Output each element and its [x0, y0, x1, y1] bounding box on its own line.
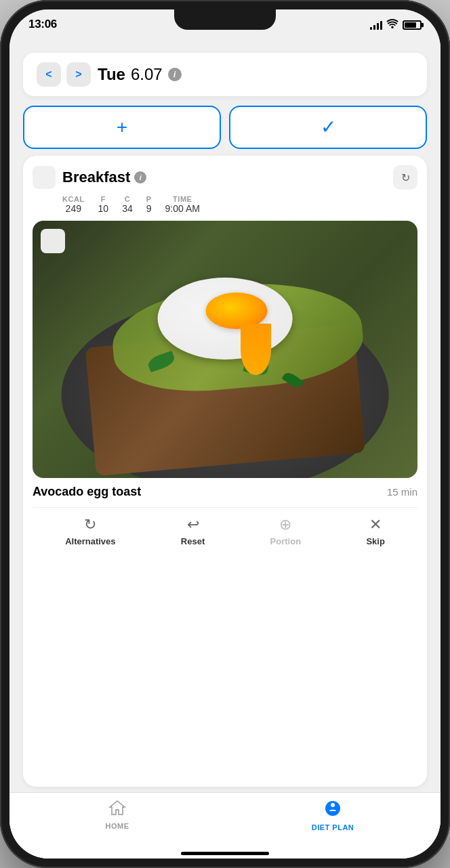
refresh-icon: ↻: [401, 171, 410, 184]
stat-kcal-label: KCAL: [62, 195, 85, 203]
food-name: Avocado egg toast: [33, 485, 141, 499]
meal-header: Breakfast i ↻: [33, 165, 417, 190]
reset-icon: ↩: [187, 516, 199, 534]
food-image: [33, 221, 417, 478]
tab-diet-plan[interactable]: DIET PLAN: [225, 800, 441, 831]
next-date-button[interactable]: >: [66, 62, 91, 87]
stat-fat-value: 10: [98, 203, 109, 214]
prev-date-button[interactable]: <: [37, 62, 61, 87]
stat-fat: F 10: [98, 195, 109, 214]
stat-time: TIME 9:00 AM: [165, 195, 200, 214]
notch: [174, 9, 276, 30]
meal-info-icon[interactable]: i: [134, 171, 146, 183]
wifi-icon: [386, 19, 398, 30]
stat-carbs: C 34: [122, 195, 133, 214]
stat-protein-value: 9: [146, 203, 152, 214]
date-nav: < > Tue 6.07 i: [23, 53, 427, 96]
stat-carbs-value: 34: [122, 203, 133, 214]
skip-button[interactable]: ✕ Skip: [366, 516, 384, 546]
action-buttons: + ✓: [23, 106, 427, 149]
stat-fat-label: F: [101, 195, 106, 203]
date-number: 6.07: [131, 65, 163, 84]
food-cook-time: 15 min: [387, 486, 417, 498]
date-day: Tue: [98, 65, 125, 84]
app-content: < > Tue 6.07 i + ✓: [9, 46, 441, 859]
portion-button[interactable]: ⊕ Portion: [270, 516, 302, 546]
reset-button[interactable]: ↩ Reset: [181, 516, 205, 546]
tab-home[interactable]: HOME: [9, 800, 225, 830]
tab-home-label: HOME: [106, 822, 129, 830]
food-image-checkbox[interactable]: [41, 229, 65, 253]
stat-kcal: KCAL 249: [62, 195, 85, 214]
date-info-icon[interactable]: i: [168, 68, 182, 81]
meal-title: Breakfast: [62, 169, 130, 186]
food-actions: ↻ Alternatives ↩ Reset ⊕ Portion ✕ Skip: [33, 507, 417, 557]
status-icons: [370, 19, 422, 30]
yolk-drip-decoration: [241, 324, 271, 375]
home-indicator: [9, 853, 441, 859]
plus-icon: +: [117, 118, 127, 137]
diet-plan-icon: [324, 800, 342, 821]
home-icon: [108, 800, 126, 820]
reset-label: Reset: [181, 536, 205, 546]
stat-protein-label: P: [146, 195, 152, 203]
tab-diet-plan-label: DIET PLAN: [312, 823, 354, 831]
meal-refresh-button[interactable]: ↻: [393, 165, 417, 190]
food-name-row: Avocado egg toast 15 min: [33, 478, 417, 507]
meal-checkbox[interactable]: [33, 166, 56, 189]
nav-arrows: < >: [37, 62, 91, 87]
skip-label: Skip: [366, 536, 384, 546]
add-meal-button[interactable]: +: [23, 106, 221, 149]
meal-title-area: Breakfast i: [62, 169, 393, 186]
tab-bar: HOME DIET PLAN: [9, 792, 441, 853]
phone-frame: 13:06: [0, 0, 450, 868]
stat-protein: P 9: [146, 195, 152, 214]
status-time: 13:06: [28, 18, 57, 31]
food-image-container: [33, 221, 417, 478]
phone-screen: 13:06: [9, 9, 441, 859]
alternatives-icon: ↻: [84, 516, 96, 534]
meal-stats: KCAL 249 F 10 C 34 P 9: [62, 195, 417, 214]
meal-section: Breakfast i ↻ KCAL 249 F 10: [23, 156, 427, 787]
stat-time-label: TIME: [173, 195, 192, 203]
stat-kcal-value: 249: [66, 203, 81, 214]
check-meal-button[interactable]: ✓: [229, 106, 427, 149]
signal-bars-icon: [370, 20, 382, 30]
svg-point-1: [331, 803, 335, 807]
stat-time-value: 9:00 AM: [165, 203, 200, 214]
stat-carbs-label: C: [125, 195, 130, 203]
check-icon: ✓: [321, 118, 336, 137]
portion-icon: ⊕: [279, 516, 291, 534]
skip-icon: ✕: [369, 516, 382, 534]
alternatives-label: Alternatives: [65, 536, 115, 546]
portion-label: Portion: [270, 536, 302, 546]
date-label: Tue 6.07 i: [98, 65, 182, 84]
battery-icon: [403, 20, 422, 30]
alternatives-button[interactable]: ↻ Alternatives: [65, 516, 115, 546]
